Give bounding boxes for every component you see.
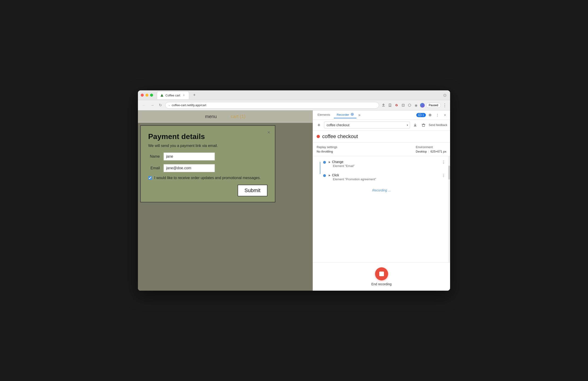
browser-tab[interactable]: Coffee cart × [157, 91, 189, 99]
email-field-row: Email [148, 164, 268, 172]
minimize-traffic-light[interactable] [145, 94, 148, 97]
add-recording-btn[interactable]: + [316, 122, 322, 128]
badge-count: 1 [422, 113, 424, 117]
action-detail-1: Element "Email" [333, 164, 438, 168]
submit-button[interactable]: Submit [238, 185, 268, 196]
environment-label: Environment [416, 145, 446, 149]
lock-icon: ⌄ [168, 104, 170, 107]
env-divider: | [428, 150, 429, 153]
send-feedback-link[interactable]: Send feedback [429, 123, 447, 127]
message-badge[interactable]: 1 [416, 113, 426, 117]
new-tab-button[interactable]: + [191, 92, 198, 99]
more-tabs-icon[interactable]: » [358, 113, 360, 117]
modal-overlay: × Payment details We will send you a pay… [138, 123, 313, 291]
timeline-content-2: ▶ Click Element "Promotion agreement" [329, 173, 438, 181]
timeline-item-2: ▶ Click Element "Promotion agreement" ⋮ [323, 173, 446, 181]
title-bar: Coffee cart × + ⊙ [138, 90, 450, 100]
replay-settings: Replay settings No throttling Environmen… [313, 142, 450, 156]
action-detail-2: Element "Promotion agreement" [333, 178, 438, 181]
svg-point-2 [352, 114, 353, 115]
scrollbar-track[interactable] [448, 156, 450, 262]
stop-recording-btn[interactable] [375, 267, 388, 281]
recorder-toolbar: + coffee checkout ▾ Send feedback [313, 120, 450, 131]
end-recording-area: End recording [313, 262, 450, 291]
tab-bar: Coffee cart × + [157, 91, 440, 99]
forward-button[interactable]: → [149, 102, 156, 108]
recording-dot [316, 135, 320, 138]
devtools-close-btn[interactable]: × [442, 112, 448, 118]
extension1-icon[interactable]: ⊡ [400, 103, 406, 108]
recording-header: coffee checkout [313, 131, 450, 142]
extension2-icon[interactable]: ⬡ [407, 103, 412, 108]
close-traffic-light[interactable] [141, 94, 144, 97]
address-bar[interactable]: ⌄ coffee-cart.netlify.app/cart [165, 102, 379, 109]
extension3-icon[interactable]: ◉ [414, 103, 419, 108]
export-btn[interactable] [412, 122, 419, 128]
devtools-tabs: Elements Recorder » 1 ⋮ × [313, 110, 450, 120]
end-recording-label: End recording [371, 282, 392, 286]
cart-nav-link[interactable]: cart (1) [231, 114, 245, 119]
svg-marker-0 [161, 94, 163, 97]
svg-point-4 [430, 114, 431, 116]
tab-recorder[interactable]: Recorder [334, 112, 357, 118]
timeline-action-1[interactable]: ▶ Change [329, 160, 438, 164]
timeline-item-menu-2[interactable]: ⋮ [441, 173, 446, 178]
tab-title: Coffee cart [165, 94, 180, 97]
timeline-action-2[interactable]: ▶ Click [329, 173, 438, 177]
bookmark-icon[interactable] [387, 103, 393, 108]
throttling-value: No throttling [316, 150, 337, 153]
devtools-menu-btn[interactable]: ⋮ [434, 112, 441, 118]
tab-favicon [160, 94, 164, 97]
timeline-line [320, 162, 320, 174]
svg-rect-5 [422, 124, 425, 126]
modal-close-button[interactable]: × [267, 129, 270, 136]
menu-nav-link[interactable]: menu [205, 114, 217, 119]
paused-button[interactable]: Paused [426, 103, 441, 108]
stop-icon [379, 272, 384, 276]
settings-icon-btn[interactable] [427, 112, 433, 118]
name-label: Name [148, 154, 160, 159]
environment-value: Desktop | 625×671 px [416, 150, 446, 153]
env-resolution: 625×671 px [431, 150, 446, 153]
action-name-1: Change [332, 160, 343, 164]
timeline-content-1: ▶ Change Element "Email" [329, 160, 438, 168]
url-text: coffee-cart.netlify.app/cart [172, 103, 376, 107]
nav-bar: ← → ↻ ⌄ coffee-cart.netlify.app/cart G ⊡… [138, 100, 450, 110]
back-button[interactable]: ← [141, 102, 147, 108]
avatar[interactable] [420, 103, 425, 108]
nav-icons: G ⊡ ⬡ ◉ Paused ⋮ [381, 103, 447, 108]
chevron-right-icon-2: ▶ [329, 174, 331, 177]
extensions-icon[interactable]: ⊙ [442, 93, 447, 98]
timeline-dot-1 [323, 161, 326, 164]
share-icon[interactable] [381, 103, 386, 108]
name-input[interactable] [164, 153, 215, 160]
more-menu-icon[interactable]: ⋮ [442, 103, 447, 108]
maximize-traffic-light[interactable] [150, 94, 153, 97]
reload-button[interactable]: ↻ [157, 102, 163, 108]
devtools-panel: Elements Recorder » 1 ⋮ × [313, 110, 450, 291]
replay-settings-label: Replay settings [316, 145, 337, 149]
replay-settings-col: Replay settings No throttling [316, 145, 337, 153]
site-nav: menu cart (1) [138, 110, 313, 123]
tab-close-button[interactable]: × [182, 93, 186, 97]
environment-col: Environment Desktop | 625×671 px [416, 145, 446, 153]
recording-select[interactable]: coffee checkout [324, 121, 410, 129]
timeline-item: ▶ Change Element "Email" ⋮ [323, 160, 446, 168]
recording-status: Recording ... [316, 186, 446, 194]
tab-elements[interactable]: Elements [315, 112, 333, 118]
grammarly-icon[interactable]: G [394, 103, 399, 108]
email-label: Email [148, 166, 160, 170]
website-panel: menu cart (1) Total: $19.00 Ca $1 -- -- … [138, 110, 313, 291]
name-field-row: Name [148, 153, 268, 160]
browser-window: Coffee cart × + ⊙ ← → ↻ ⌄ coffee-cart.ne… [138, 90, 450, 291]
main-area: menu cart (1) Total: $19.00 Ca $1 -- -- … [138, 110, 450, 291]
timeline-item-menu-1[interactable]: ⋮ [441, 160, 446, 164]
delete-btn[interactable] [420, 122, 427, 128]
devtools-tab-icons: 1 ⋮ × [416, 112, 448, 118]
timeline-dot-2 [323, 174, 326, 177]
chevron-right-icon-1: ▶ [329, 161, 331, 163]
modal-title: Payment details [148, 132, 268, 141]
email-input[interactable] [164, 164, 215, 172]
scrollbar-thumb[interactable] [448, 166, 450, 180]
promotion-checkbox[interactable] [148, 176, 152, 180]
